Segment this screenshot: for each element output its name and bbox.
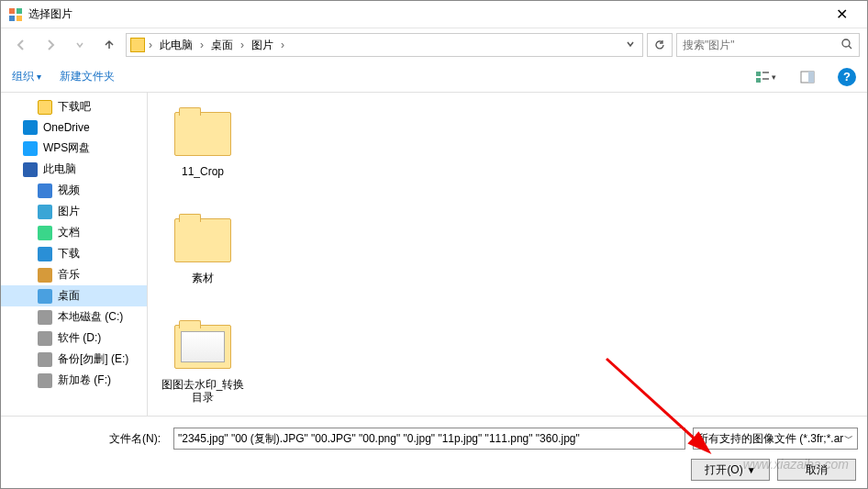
breadcrumb-item[interactable]: 桌面 bbox=[207, 36, 237, 55]
navbar: › 此电脑 › 桌面 › 图片 › 搜索"图片" bbox=[1, 28, 867, 61]
svg-rect-0 bbox=[9, 8, 15, 14]
sidebar-item[interactable]: 软件 (D:) bbox=[1, 328, 147, 349]
cancel-button[interactable]: 取消 bbox=[777, 459, 856, 481]
organize-button[interactable]: 组织 ▾ bbox=[12, 69, 41, 84]
chevron-down-icon: ﹀ bbox=[844, 432, 853, 445]
disk-icon bbox=[38, 310, 52, 325]
open-button[interactable]: 打开(O)▼ bbox=[691, 459, 770, 481]
svg-point-4 bbox=[842, 39, 850, 47]
chevron-right-icon: › bbox=[281, 39, 284, 51]
chevron-right-icon: › bbox=[240, 39, 244, 51]
doc-icon bbox=[38, 226, 52, 240]
filetype-filter[interactable]: 所有支持的图像文件 (*.3fr;*.ari ﹀ bbox=[693, 428, 858, 450]
svg-rect-6 bbox=[756, 78, 761, 83]
chevron-right-icon: › bbox=[149, 39, 152, 51]
close-button[interactable]: ✕ bbox=[823, 6, 860, 23]
sidebar-item[interactable]: 本地磁盘 (C:) bbox=[1, 306, 147, 328]
folder-icon bbox=[130, 38, 145, 52]
chevron-right-icon: › bbox=[200, 39, 204, 51]
view-button[interactable]: ▾ bbox=[753, 67, 777, 87]
file-name: 11_Crop bbox=[182, 165, 224, 178]
recent-dropdown[interactable] bbox=[67, 33, 93, 57]
sidebar-item[interactable]: 视频 bbox=[1, 180, 147, 201]
sidebar-item-label: 图片 bbox=[58, 204, 80, 219]
search-icon bbox=[840, 38, 853, 53]
search-placeholder: 搜索"图片" bbox=[683, 38, 840, 53]
sidebar-item[interactable]: 新加卷 (F:) bbox=[1, 370, 147, 391]
up-button[interactable] bbox=[96, 33, 122, 57]
svg-rect-7 bbox=[762, 72, 769, 73]
folder-icon bbox=[167, 319, 239, 374]
refresh-button[interactable] bbox=[647, 33, 673, 57]
sidebar-item-label: 软件 (D:) bbox=[58, 330, 101, 346]
file-name: 图图去水印_转换目录 bbox=[157, 378, 249, 405]
file-tile[interactable]: 素材 bbox=[153, 206, 252, 313]
sidebar-item-label: 视频 bbox=[58, 183, 80, 198]
preview-pane-button[interactable] bbox=[796, 67, 819, 87]
file-grid[interactable]: 11_Crop素材图图去水印_转换目录00 (复制).JPG00.JPG00.p… bbox=[148, 93, 867, 416]
file-tile[interactable]: 图图去水印_转换目录 bbox=[153, 313, 252, 416]
sidebar-item-label: 本地磁盘 (C:) bbox=[58, 309, 123, 325]
sidebar-item[interactable]: 桌面 bbox=[1, 285, 147, 306]
svg-rect-10 bbox=[808, 72, 814, 83]
file-tile[interactable]: 11_Crop bbox=[153, 100, 252, 206]
sidebar-item-label: 桌面 bbox=[58, 288, 80, 304]
sidebar-item[interactable]: 备份[勿删] (E:) bbox=[1, 349, 147, 370]
disk-icon bbox=[38, 373, 52, 388]
file-name: 素材 bbox=[192, 272, 214, 284]
disk-icon bbox=[38, 352, 52, 367]
sidebar-item-label: 文档 bbox=[58, 225, 80, 240]
sidebar-item[interactable]: 下载 bbox=[1, 243, 147, 264]
music-icon bbox=[38, 268, 52, 283]
svg-rect-5 bbox=[756, 72, 761, 76]
toolbar: 组织 ▾ 新建文件夹 ▾ ? bbox=[1, 61, 867, 93]
pic-icon bbox=[38, 205, 52, 219]
sidebar: 下载吧OneDriveWPS网盘此电脑视频图片文档下载音乐桌面本地磁盘 (C:)… bbox=[1, 93, 148, 416]
disk-icon bbox=[38, 331, 52, 346]
svg-rect-1 bbox=[17, 8, 22, 14]
sidebar-item-label: 新加卷 (F:) bbox=[58, 372, 111, 388]
dl-icon bbox=[38, 247, 52, 261]
breadcrumb[interactable]: › 此电脑 › 桌面 › 图片 › bbox=[126, 33, 643, 57]
bottom-bar: 文件名(N): 所有支持的图像文件 (*.3fr;*.ari ﹀ 打开(O)▼ … bbox=[1, 416, 867, 489]
back-button[interactable] bbox=[8, 33, 34, 57]
chevron-down-icon: ▾ bbox=[37, 72, 41, 82]
desk-icon bbox=[38, 289, 52, 304]
breadcrumb-dropdown[interactable] bbox=[622, 39, 639, 51]
filter-text: 所有支持的图像文件 (*.3fr;*.ari bbox=[697, 431, 844, 447]
filename-input[interactable] bbox=[173, 428, 685, 450]
sidebar-item[interactable]: 此电脑 bbox=[1, 159, 147, 180]
chevron-down-icon: ▼ bbox=[747, 465, 756, 475]
cloud2-icon bbox=[23, 141, 38, 156]
titlebar: 选择图片 ✕ bbox=[1, 1, 867, 28]
help-button[interactable]: ? bbox=[838, 68, 856, 86]
forward-button[interactable] bbox=[38, 33, 63, 57]
sidebar-item[interactable]: 图片 bbox=[1, 201, 147, 222]
folder-icon bbox=[38, 100, 52, 115]
sidebar-item[interactable]: OneDrive bbox=[1, 117, 147, 138]
svg-rect-2 bbox=[9, 16, 15, 21]
sidebar-item[interactable]: 下载吧 bbox=[1, 96, 147, 117]
sidebar-item-label: OneDrive bbox=[43, 121, 90, 134]
nav-tree: 下载吧OneDriveWPS网盘此电脑视频图片文档下载音乐桌面本地磁盘 (C:)… bbox=[1, 96, 147, 391]
sidebar-item[interactable]: 音乐 bbox=[1, 264, 147, 285]
window-title: 选择图片 bbox=[28, 6, 823, 22]
cloud-icon bbox=[23, 120, 38, 135]
breadcrumb-item[interactable]: 此电脑 bbox=[156, 36, 196, 55]
vid-icon bbox=[38, 183, 52, 198]
sidebar-item-label: 音乐 bbox=[58, 267, 80, 283]
sidebar-item-label: WPS网盘 bbox=[43, 140, 90, 156]
sidebar-item[interactable]: WPS网盘 bbox=[1, 138, 147, 159]
folder-icon bbox=[167, 106, 239, 161]
search-input[interactable]: 搜索"图片" bbox=[676, 33, 860, 57]
pc-icon bbox=[23, 162, 38, 177]
svg-rect-3 bbox=[17, 16, 22, 21]
sidebar-item-label: 下载 bbox=[58, 246, 80, 261]
sidebar-item-label: 下载吧 bbox=[58, 99, 91, 115]
new-folder-button[interactable]: 新建文件夹 bbox=[60, 69, 115, 84]
main-area: 下载吧OneDriveWPS网盘此电脑视频图片文档下载音乐桌面本地磁盘 (C:)… bbox=[1, 93, 867, 416]
sidebar-item-label: 备份[勿删] (E:) bbox=[58, 351, 128, 367]
breadcrumb-item[interactable]: 图片 bbox=[248, 36, 277, 55]
filename-label: 文件名(N): bbox=[10, 431, 166, 447]
sidebar-item[interactable]: 文档 bbox=[1, 222, 147, 243]
